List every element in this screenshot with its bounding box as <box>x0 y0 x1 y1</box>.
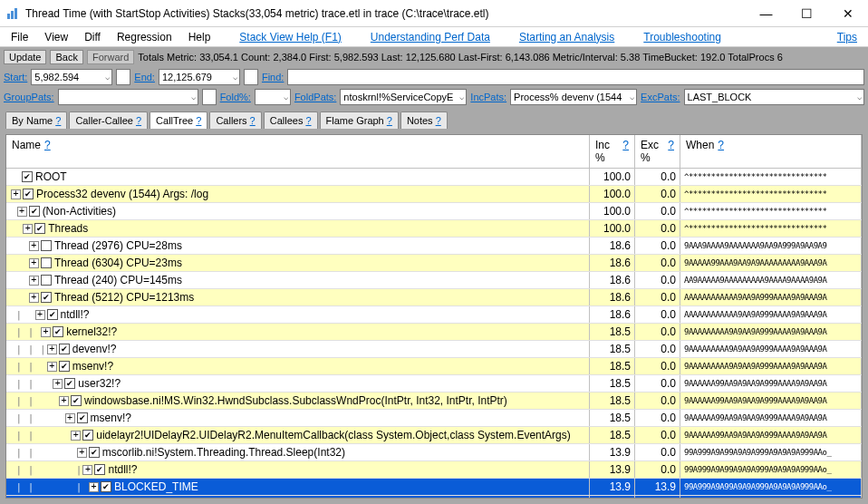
include-checkbox[interactable] <box>101 481 111 492</box>
tree-row[interactable]: | | | +CPU_TIME0.00.0.-.----.-.-._.-.--.… <box>6 496 862 499</box>
foldpats-input[interactable]: ntoskrnl!%ServiceCopyE <box>340 89 467 105</box>
expand-toggle[interactable]: + <box>29 276 39 286</box>
include-checkbox[interactable] <box>82 430 93 441</box>
expand-toggle[interactable]: + <box>89 482 99 492</box>
find-input[interactable] <box>287 69 864 85</box>
expand-toggle[interactable]: + <box>29 258 39 268</box>
expand-toggle[interactable]: + <box>29 241 39 251</box>
col-name[interactable]: Name ? <box>6 135 590 168</box>
menu-troubleshooting[interactable]: Troubleshooting <box>636 29 728 45</box>
tree-row[interactable]: | | |+ntdll!?13.90.099A999A9A99A9A9A999A… <box>6 461 862 479</box>
tree-row[interactable]: +Thread (6304) CPU=23ms18.60.09AAAAA99AA… <box>6 255 862 272</box>
expand-toggle[interactable]: + <box>53 379 63 389</box>
tree-row[interactable]: | | +mscorlib.ni!System.Threading.Thread… <box>6 444 862 461</box>
incpats-input[interactable]: Process% devenv (1544 <box>510 89 637 105</box>
tab-by-name[interactable]: By Name? <box>5 111 67 129</box>
tree-row[interactable]: | | | +BLOCKED_TIME13.913.999A999A9A99A9… <box>6 479 862 496</box>
menu-view[interactable]: View <box>37 29 75 45</box>
tree-row[interactable]: +Thread (2976) CPU=28ms18.60.09AAA9AAAA9… <box>6 237 862 255</box>
tab-help-icon[interactable]: ? <box>387 115 392 126</box>
menu-regression[interactable]: Regression <box>110 29 179 45</box>
menu-help[interactable]: Help <box>181 29 218 45</box>
tab-callees[interactable]: Callees? <box>264 111 318 129</box>
forward-button[interactable]: Forward <box>87 50 134 64</box>
tab-flame-graph[interactable]: Flame Graph? <box>320 111 399 129</box>
end-input[interactable]: 12,125.679 <box>159 69 240 85</box>
tree-row[interactable]: | | +msenv!?18.50.09AAAAAA99AA9A9AA9A999… <box>6 410 862 427</box>
include-checkbox[interactable] <box>94 464 105 475</box>
tree-row[interactable]: | | |+devenv!?18.50.09AAAAAAAAA9A9AA9A99… <box>6 341 862 358</box>
foldpats-label[interactable]: FoldPats: <box>294 92 336 102</box>
tab-notes[interactable]: Notes? <box>400 111 448 129</box>
tree-row[interactable]: ROOT100.00.0^***************************… <box>6 169 862 186</box>
update-button[interactable]: Update <box>4 50 46 64</box>
excpats-label[interactable]: ExcPats: <box>641 92 680 102</box>
expand-toggle[interactable]: + <box>17 207 27 217</box>
include-checkbox[interactable] <box>29 206 40 217</box>
expand-toggle[interactable]: + <box>65 413 75 423</box>
expand-toggle[interactable]: + <box>59 396 69 406</box>
include-checkbox[interactable] <box>89 447 100 458</box>
expand-toggle[interactable]: + <box>47 362 57 372</box>
menu-diff[interactable]: Diff <box>77 29 108 45</box>
expand-toggle[interactable]: + <box>77 448 87 458</box>
include-checkbox[interactable] <box>23 189 34 199</box>
menu-starting[interactable]: Starting an Analysis <box>512 29 622 45</box>
tree-row[interactable]: +(Non-Activities)100.00.0^**************… <box>6 203 862 220</box>
tree-row[interactable]: +Process32 devenv (1544) Args: /log100.0… <box>6 186 862 203</box>
menu-understanding[interactable]: Understanding Perf Data <box>363 29 497 45</box>
tab-callers[interactable]: Callers? <box>209 111 261 129</box>
minimize-button[interactable]: — <box>746 1 786 26</box>
start-input[interactable]: 5,982.594 <box>31 69 112 85</box>
tree-row[interactable]: | | +user32!?18.50.09AAAAAA99AA9A9AA9A99… <box>6 375 862 393</box>
col-when[interactable]: When ? <box>680 135 862 168</box>
col-exc[interactable]: Exc % ? <box>635 135 680 168</box>
expand-toggle[interactable]: + <box>23 224 33 234</box>
include-checkbox[interactable] <box>53 326 63 337</box>
expand-toggle[interactable]: + <box>41 327 51 337</box>
grouppats-label[interactable]: GroupPats: <box>4 92 54 102</box>
include-checkbox[interactable] <box>34 223 45 234</box>
excpats-input[interactable]: LAST_BLOCK <box>684 89 864 105</box>
tab-help-icon[interactable]: ? <box>196 115 201 126</box>
foldpct-input[interactable] <box>255 89 291 105</box>
include-checkbox[interactable] <box>59 344 70 354</box>
maximize-button[interactable]: ☐ <box>786 1 827 26</box>
expand-toggle[interactable]: + <box>82 465 92 475</box>
include-checkbox[interactable] <box>41 240 52 251</box>
include-checkbox[interactable] <box>77 412 88 423</box>
expand-toggle[interactable]: + <box>47 344 57 354</box>
grouppats-input[interactable] <box>58 89 198 105</box>
menu-tips[interactable]: Tips <box>830 29 864 45</box>
include-checkbox[interactable] <box>64 378 75 389</box>
tree-row[interactable]: | | +msenv!?18.50.09AAAAAAAAA9A9AA9A999A… <box>6 358 862 375</box>
start-label[interactable]: Start: <box>4 72 27 82</box>
tree-row[interactable]: | +ntdll!?18.60.0AAAAAAAAAAAA9AA9A999AAA… <box>6 306 862 324</box>
expand-toggle[interactable]: + <box>29 293 39 303</box>
menu-stack-view-help[interactable]: Stack View Help (F1) <box>232 29 348 45</box>
tree-row[interactable]: | | +kernel32!?18.50.09AAAAAAAAA9A9AA9A9… <box>6 324 862 341</box>
tab-caller-callee[interactable]: Caller-Callee? <box>69 111 148 129</box>
end-q[interactable] <box>244 69 258 85</box>
tree-row[interactable]: | | +windowsbase.ni!MS.Win32.HwndSubclas… <box>6 393 862 410</box>
include-checkbox[interactable] <box>41 275 52 286</box>
end-label[interactable]: End: <box>134 72 155 82</box>
tree-row[interactable]: +Thread (240) CPU=145ms18.60.0AA9AAAAA9A… <box>6 272 862 289</box>
expand-toggle[interactable]: + <box>71 431 81 441</box>
close-button[interactable]: ✕ <box>827 1 868 26</box>
tab-help-icon[interactable]: ? <box>250 115 256 126</box>
include-checkbox[interactable] <box>41 257 52 268</box>
tab-help-icon[interactable]: ? <box>305 115 311 126</box>
include-checkbox[interactable] <box>59 361 70 372</box>
tree-row[interactable]: +Threads100.00.0^***********************… <box>6 220 862 237</box>
tab-help-icon[interactable]: ? <box>136 115 141 126</box>
expand-toggle[interactable]: + <box>11 189 21 199</box>
tree-grid[interactable]: Name ? Inc % ? Exc % ? When ? ROOT100.00… <box>5 134 863 499</box>
foldpct-label[interactable]: Fold%: <box>220 92 251 102</box>
tab-calltree[interactable]: CallTree? <box>149 111 207 130</box>
tree-row[interactable]: +Thread (5212) CPU=1213ms18.60.0AAAAAAAA… <box>6 289 862 306</box>
col-inc[interactable]: Inc % ? <box>590 135 635 168</box>
back-button[interactable]: Back <box>50 50 82 64</box>
tab-help-icon[interactable]: ? <box>55 115 61 126</box>
include-checkbox[interactable] <box>71 395 82 406</box>
